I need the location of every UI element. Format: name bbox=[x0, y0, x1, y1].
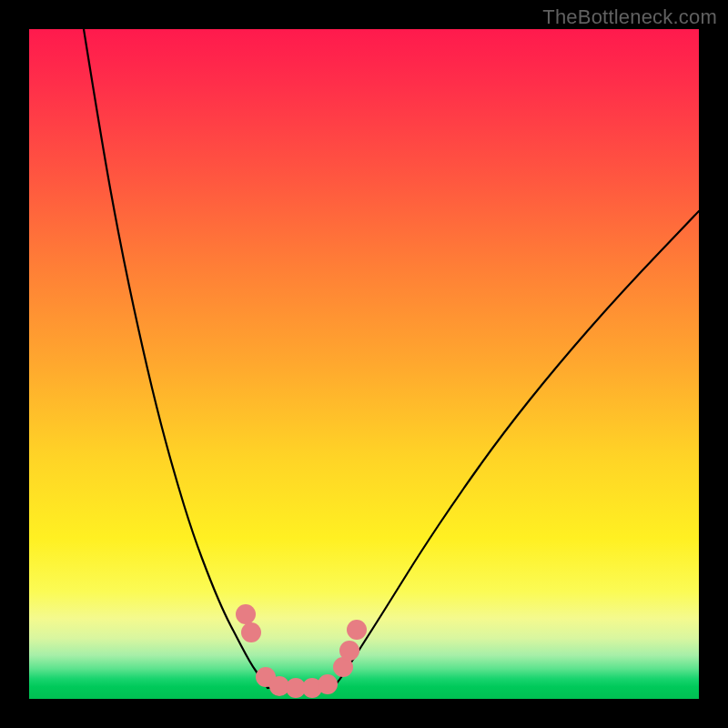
curve-overlay bbox=[29, 29, 699, 699]
curve-group bbox=[84, 29, 699, 688]
attribution-text: TheBottleneck.com bbox=[542, 5, 717, 29]
marker-dot bbox=[236, 604, 256, 624]
left-curve-path bbox=[84, 29, 268, 688]
marker-dot bbox=[318, 674, 338, 694]
plot-area bbox=[29, 29, 699, 699]
marker-dot bbox=[347, 620, 367, 640]
right-curve-path bbox=[333, 211, 699, 688]
chart-frame: TheBottleneck.com bbox=[0, 0, 728, 728]
marker-dot bbox=[339, 641, 359, 661]
marker-dot bbox=[241, 622, 261, 642]
marker-group bbox=[236, 604, 367, 698]
